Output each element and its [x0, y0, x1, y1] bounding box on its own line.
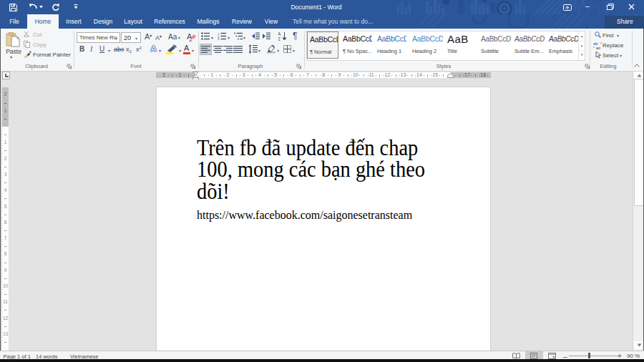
- svg-text:A: A: [278, 31, 281, 36]
- svg-text:A: A: [187, 32, 192, 41]
- svg-text:3: 3: [218, 37, 220, 40]
- svg-text:ac: ac: [596, 46, 600, 49]
- svg-text:Z: Z: [278, 36, 280, 41]
